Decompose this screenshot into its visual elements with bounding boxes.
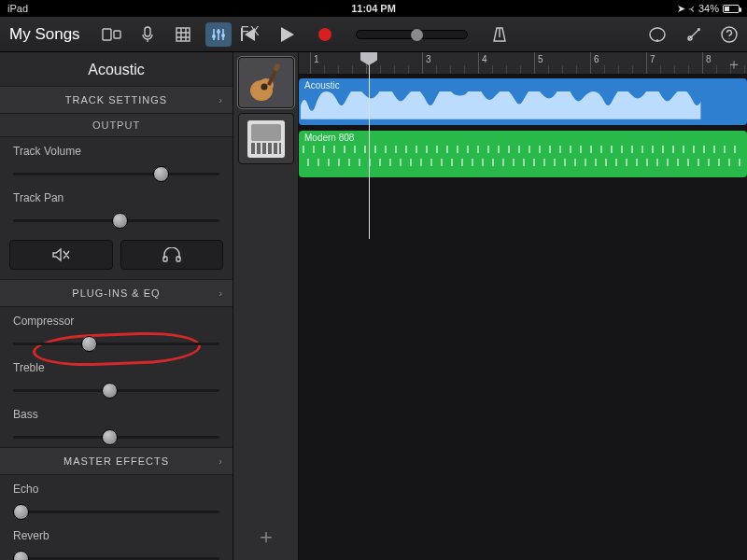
svg-point-6 bbox=[221, 34, 225, 37]
svg-rect-2 bbox=[145, 27, 150, 36]
master-volume-slider[interactable] bbox=[356, 30, 468, 39]
solo-headphones-button[interactable] bbox=[120, 240, 224, 270]
timeline-area[interactable]: ＋ 12345678 Acoustic Modern 808 bbox=[299, 52, 747, 560]
region-label: Modern 808 bbox=[304, 133, 354, 143]
battery-pct: 34% bbox=[698, 3, 719, 14]
ruler-tick: 5 bbox=[534, 52, 535, 74]
waveform-icon bbox=[301, 91, 745, 119]
chevron-right-icon: › bbox=[218, 94, 223, 105]
echo-control: Echo bbox=[0, 475, 233, 522]
bass-slider[interactable] bbox=[13, 428, 219, 445]
svg-rect-3 bbox=[176, 28, 190, 41]
location-icon: ➤ bbox=[677, 3, 685, 15]
view-toggle-button[interactable] bbox=[99, 22, 125, 47]
track-volume-control: Track Volume bbox=[0, 137, 233, 184]
microphone-icon[interactable] bbox=[134, 22, 161, 47]
plugins-eq-section[interactable]: PLUG-INS & EQ › bbox=[0, 279, 233, 307]
main-toolbar: My Songs FX bbox=[0, 17, 747, 52]
guitar-icon bbox=[246, 63, 287, 104]
compressor-label: Compressor bbox=[13, 315, 219, 328]
track-volume-label: Track Volume bbox=[13, 145, 219, 158]
chevron-right-icon: › bbox=[218, 287, 223, 299]
plugins-eq-label: PLUG-INS & EQ bbox=[72, 287, 160, 299]
inspector-sidebar: Acoustic TRACK SETTINGS › OUTPUT Track V… bbox=[0, 52, 233, 560]
svg-rect-11 bbox=[176, 257, 180, 261]
track-pan-control: Track Pan bbox=[0, 184, 233, 231]
drum-machine-icon bbox=[247, 120, 285, 158]
region-label: Acoustic bbox=[304, 80, 340, 91]
track-volume-slider[interactable] bbox=[13, 165, 219, 182]
battery-icon bbox=[723, 5, 740, 13]
help-icon[interactable] bbox=[721, 26, 738, 43]
svg-rect-1 bbox=[114, 31, 120, 38]
ruler-tick: 7 bbox=[646, 52, 647, 74]
ruler-tick: 1 bbox=[310, 52, 311, 74]
play-button[interactable] bbox=[281, 27, 294, 42]
add-measure-button[interactable]: ＋ bbox=[726, 55, 741, 75]
loop-icon[interactable] bbox=[648, 26, 667, 43]
svg-point-4 bbox=[212, 35, 216, 38]
compressor-slider[interactable] bbox=[13, 335, 219, 352]
compressor-control: Compressor bbox=[0, 307, 233, 354]
ruler-tick: 3 bbox=[422, 52, 423, 74]
output-subheading: OUTPUT bbox=[0, 114, 233, 137]
track-tile-acoustic[interactable] bbox=[238, 57, 294, 108]
track-header-column: ＋ bbox=[233, 52, 299, 560]
settings-icon[interactable] bbox=[685, 26, 702, 43]
svg-point-5 bbox=[217, 30, 220, 34]
treble-control: Treble bbox=[0, 354, 233, 400]
playhead[interactable] bbox=[369, 52, 370, 239]
treble-label: Treble bbox=[13, 361, 219, 374]
ruler-tick: 6 bbox=[590, 52, 591, 74]
region-modern-808[interactable]: Modern 808 bbox=[299, 131, 747, 177]
region-acoustic[interactable]: Acoustic bbox=[299, 78, 747, 125]
mute-button[interactable] bbox=[9, 240, 113, 270]
back-button[interactable]: My Songs bbox=[9, 25, 80, 44]
reverb-control: Reverb bbox=[0, 522, 233, 560]
track-settings-label: TRACK SETTINGS bbox=[65, 94, 167, 105]
grid-icon[interactable] bbox=[170, 22, 196, 47]
echo-slider[interactable] bbox=[13, 503, 219, 520]
ruler-tick: 4 bbox=[478, 52, 479, 74]
status-bar: iPad 11:04 PM ➤ ᚜ 34% bbox=[0, 0, 747, 17]
add-track-button[interactable]: ＋ bbox=[256, 523, 276, 551]
record-button[interactable] bbox=[318, 28, 331, 41]
svg-rect-0 bbox=[103, 29, 111, 40]
svg-point-7 bbox=[650, 28, 665, 41]
metronome-icon[interactable] bbox=[492, 26, 507, 43]
track-settings-section[interactable]: TRACK SETTINGS › bbox=[0, 86, 233, 114]
track-pan-label: Track Pan bbox=[13, 191, 219, 204]
treble-slider[interactable] bbox=[13, 382, 219, 399]
bass-label: Bass bbox=[13, 408, 219, 421]
rewind-button[interactable] bbox=[240, 28, 257, 41]
bluetooth-icon: ᚜ bbox=[689, 3, 695, 15]
reverb-label: Reverb bbox=[13, 529, 219, 542]
bass-control: Bass bbox=[0, 400, 233, 447]
reverb-slider[interactable] bbox=[13, 550, 219, 560]
master-effects-section[interactable]: MASTER EFFECTS › bbox=[0, 447, 233, 475]
svg-point-9 bbox=[722, 27, 737, 42]
status-time: 11:04 PM bbox=[351, 3, 396, 14]
track-name-heading: Acoustic bbox=[0, 52, 233, 86]
ruler-tick: 8 bbox=[702, 52, 703, 74]
master-effects-label: MASTER EFFECTS bbox=[63, 455, 169, 467]
echo-label: Echo bbox=[13, 483, 219, 496]
svg-rect-10 bbox=[163, 257, 167, 261]
device-label: iPad bbox=[7, 3, 28, 14]
track-pan-slider[interactable] bbox=[13, 212, 219, 229]
transport-controls bbox=[240, 26, 507, 43]
track-tile-drummachine[interactable] bbox=[238, 113, 294, 164]
chevron-right-icon: › bbox=[218, 455, 223, 467]
mixer-icon[interactable] bbox=[205, 22, 232, 47]
svg-point-14 bbox=[261, 83, 267, 90]
